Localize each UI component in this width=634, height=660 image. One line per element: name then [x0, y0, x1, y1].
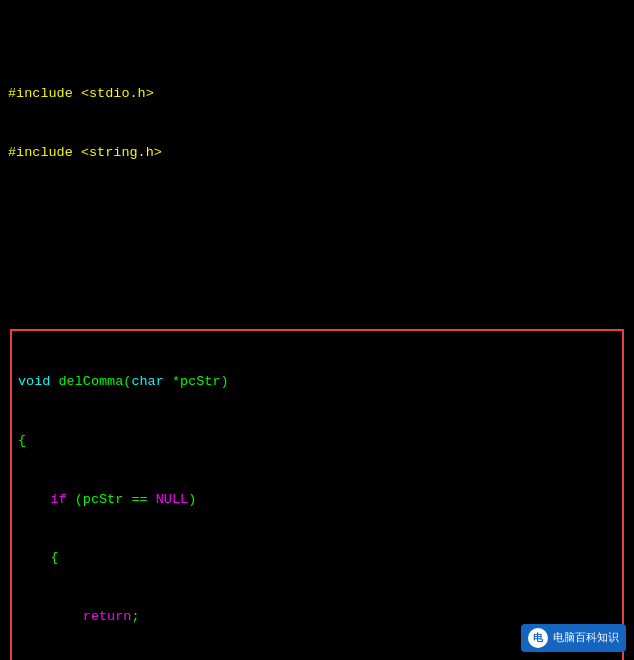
- watermark-icon: 电: [528, 628, 548, 648]
- include-string: #include <string.h>: [8, 143, 626, 163]
- function-delcomma-block: void delComma(char *pcStr) { if (pcStr =…: [10, 329, 624, 660]
- watermark-text: 电脑百科知识: [553, 630, 619, 646]
- include-stdio: #include <stdio.h>: [8, 84, 626, 104]
- includes-section: #include <stdio.h> #include <string.h>: [8, 45, 626, 202]
- code-line: void delComma(char *pcStr): [18, 372, 616, 392]
- code-line: if (pcStr == NULL): [18, 490, 616, 510]
- watermark: 电 电脑百科知识: [521, 624, 626, 652]
- code-line: {: [18, 431, 616, 451]
- code-line: {: [18, 548, 616, 568]
- code-editor: #include <stdio.h> #include <string.h> v…: [0, 0, 634, 660]
